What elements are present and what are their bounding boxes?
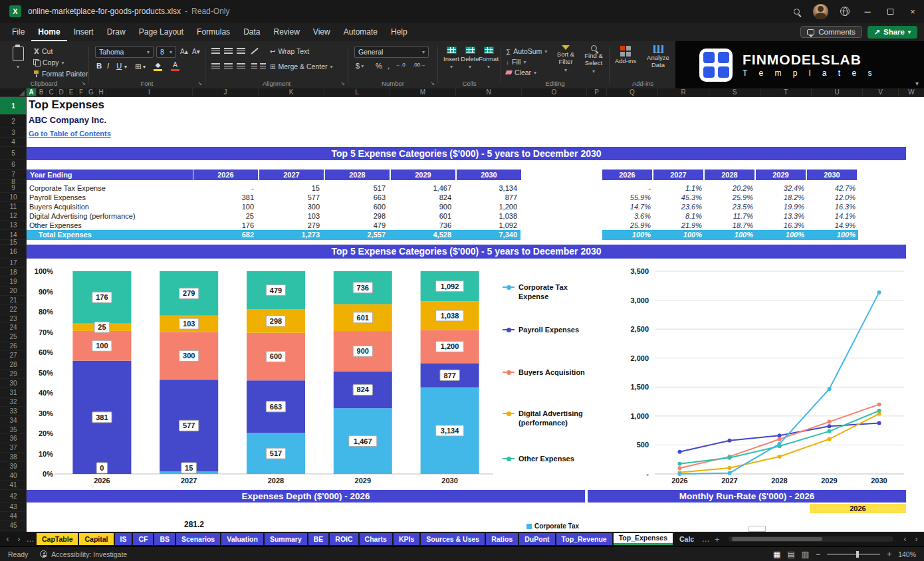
menu-automate[interactable]: Automate — [337, 23, 384, 41]
cut-button[interactable]: Cut — [33, 47, 88, 56]
row-header-4[interactable]: 4 — [0, 138, 27, 147]
sheet-tab-charts[interactable]: Charts — [360, 533, 392, 545]
zoom-level[interactable]: 140% — [898, 550, 916, 558]
row-header-15[interactable]: 15 — [0, 240, 27, 245]
menu-draw[interactable]: Draw — [100, 23, 132, 41]
row-header-37[interactable]: 37 — [0, 443, 27, 453]
column-header-e[interactable]: E — [66, 88, 76, 96]
row-header-29[interactable]: 29 — [0, 370, 27, 379]
row-header-30[interactable]: 30 — [0, 379, 27, 388]
row-header-9[interactable]: 9 — [0, 183, 27, 193]
clear-button[interactable]: Clear▾ — [506, 68, 536, 77]
row-header-26[interactable]: 26 — [0, 342, 27, 351]
excel-app-icon[interactable]: X — [9, 5, 21, 17]
row-header-28[interactable]: 28 — [0, 360, 27, 370]
row-header-1[interactable]: 1 — [0, 97, 27, 115]
scroll-right-button[interactable]: › — [911, 534, 921, 544]
sheet-tab-bs[interactable]: BS — [154, 533, 175, 545]
borders-button[interactable]: ⊞ — [135, 62, 142, 71]
sheet-tab-calc[interactable]: Calc — [674, 533, 699, 545]
zoom-in-button[interactable]: + — [887, 550, 891, 559]
menu-home[interactable]: Home — [31, 23, 66, 41]
sheet-tab-kpis[interactable]: KPIs — [394, 533, 419, 545]
share-button[interactable]: ↗ Share ▾ — [867, 26, 917, 39]
row-header-41[interactable]: 41 — [0, 481, 27, 490]
add-sheet-button[interactable]: + — [712, 534, 722, 544]
sort-filter-button[interactable]: Sort & Filter▾ — [552, 45, 579, 73]
column-header-p[interactable]: P — [587, 88, 607, 96]
decrease-decimal-button[interactable]: ←.0 — [396, 62, 405, 68]
zoom-slider-thumb[interactable] — [856, 551, 859, 558]
align-right-button[interactable] — [237, 63, 245, 69]
sheet-tab-ratios[interactable]: Ratios — [486, 533, 518, 545]
row-header-42[interactable]: 42 — [0, 490, 27, 503]
row-header-6[interactable]: 6 — [0, 160, 27, 169]
addins-button[interactable]: Add-ins — [613, 45, 638, 65]
font-name-select[interactable]: Tahoma▾ — [95, 46, 154, 58]
menu-file[interactable]: File — [5, 23, 31, 41]
column-header-n[interactable]: N — [456, 88, 522, 96]
row-header-19[interactable]: 19 — [0, 277, 27, 286]
row-header-43[interactable]: 43 — [0, 503, 27, 512]
spreadsheet-canvas[interactable]: Top Expenses ABC Company Inc. Go to Tabl… — [27, 97, 924, 532]
insert-cells-button[interactable]: Insert▾ — [443, 47, 460, 70]
column-header-w[interactable]: W — [899, 88, 924, 96]
search-button[interactable] — [785, 0, 808, 23]
horizontal-scrollbar-thumb[interactable] — [732, 537, 822, 541]
font-size-select[interactable]: 8▾ — [156, 46, 176, 58]
menu-insert[interactable]: Insert — [67, 23, 100, 41]
stacked-bar-chart[interactable]: 0%10%20%30%40%50%60%70%80%90%100%0381100… — [27, 259, 522, 490]
column-header-r[interactable]: R — [658, 88, 709, 96]
column-header-t[interactable]: T — [760, 88, 812, 96]
bold-button[interactable]: B — [96, 62, 102, 70]
row-header-5[interactable]: 5 — [0, 147, 27, 160]
currency-button[interactable]: $▾ — [356, 62, 364, 70]
increase-indent-button[interactable] — [260, 63, 266, 69]
orientation-button[interactable] — [251, 47, 259, 55]
format-painter-button[interactable]: Format Painter — [33, 69, 88, 78]
font-color-button[interactable]: A — [171, 61, 179, 71]
row-header-27[interactable]: 27 — [0, 351, 27, 360]
row-header-20[interactable]: 20 — [0, 286, 27, 296]
merge-center-button[interactable]: ⊞Merge & Center▾ — [270, 62, 333, 70]
sheet-tab-dupont[interactable]: DuPont — [519, 533, 554, 545]
shrink-font-button[interactable]: A▾ — [192, 48, 200, 55]
row-header-34[interactable]: 34 — [0, 416, 27, 425]
menu-page-layout[interactable]: Page Layout — [132, 23, 190, 41]
row-header-32[interactable]: 32 — [0, 397, 27, 407]
sheet-nav-left[interactable]: ‹ — [3, 534, 13, 544]
column-header-a[interactable]: A — [27, 88, 37, 96]
ribbon-collapse-chevron[interactable]: ▾ — [915, 80, 919, 87]
align-top-button[interactable] — [211, 48, 220, 54]
sheet-tab-summary[interactable]: Summary — [265, 533, 307, 545]
sheet-tab-cf[interactable]: CF — [133, 533, 153, 545]
row-header-38[interactable]: 38 — [0, 453, 27, 462]
sheet-tabs-overflow-left[interactable]: … — [25, 534, 35, 544]
column-header-i[interactable]: I — [106, 88, 193, 96]
grow-font-button[interactable]: A▴ — [180, 48, 188, 55]
row-header-40[interactable]: 40 — [0, 471, 27, 481]
row-header-39[interactable]: 39 — [0, 462, 27, 471]
sheet-nav-right[interactable]: › — [14, 534, 24, 544]
number-dialog-launcher[interactable]: ↘ — [430, 80, 435, 86]
fill-color-button[interactable]: ◆ — [154, 61, 162, 71]
percent-button[interactable]: % — [376, 62, 382, 70]
align-center-button[interactable] — [224, 63, 233, 69]
increase-decimal-button[interactable]: .00→ — [413, 62, 425, 68]
sheet-tab-sources-uses[interactable]: Sources & Uses — [421, 533, 485, 545]
underline-button[interactable]: U — [116, 62, 122, 70]
restore-button[interactable] — [879, 0, 901, 23]
menu-view[interactable]: View — [306, 23, 337, 41]
font-dialog-launcher[interactable]: ↘ — [197, 80, 202, 86]
number-format-select[interactable]: General▾ — [354, 46, 429, 58]
sheet-tab-top-revenue[interactable]: Top_Revenue — [556, 533, 612, 545]
comments-button[interactable]: Comments — [800, 26, 862, 38]
row-header-12[interactable]: 12 — [0, 211, 27, 221]
row-header-18[interactable]: 18 — [0, 268, 27, 277]
column-header-b[interactable]: B — [37, 88, 47, 96]
row-header-11[interactable]: 11 — [0, 202, 27, 211]
sheet-tab-roic[interactable]: ROIC — [330, 533, 358, 545]
normal-view-button[interactable]: ▦ — [773, 550, 780, 559]
row-header-13[interactable]: 13 — [0, 221, 27, 230]
row-header-22[interactable]: 22 — [0, 305, 27, 314]
